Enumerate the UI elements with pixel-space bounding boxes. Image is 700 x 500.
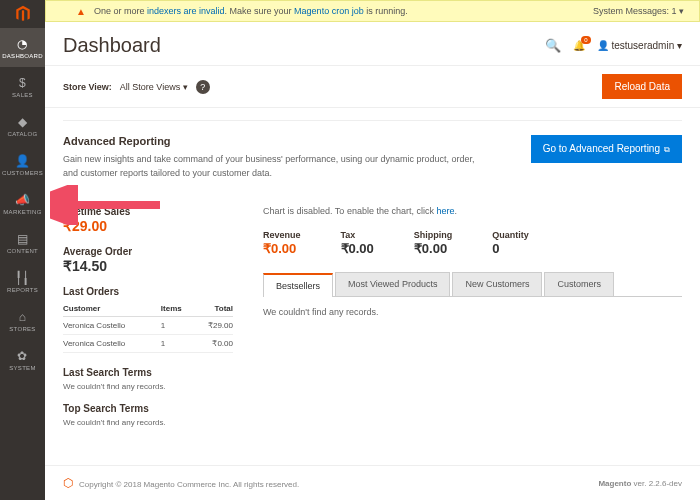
nav-marketing[interactable]: 📣MARKETING — [0, 184, 45, 223]
main-area: ▲ One or more indexers are invalid. Make… — [45, 0, 700, 500]
advanced-reporting-panel: Advanced Reporting Gain new insights and… — [63, 120, 682, 196]
advanced-reporting-button[interactable]: Go to Advanced Reporting⧉ — [531, 135, 682, 163]
external-link-icon: ⧉ — [664, 145, 670, 154]
nav-dashboard[interactable]: ◔DASHBOARD — [0, 28, 45, 67]
admin-sidebar: ◔DASHBOARD $SALES ◆CATALOG 👤CUSTOMERS 📣M… — [0, 0, 45, 500]
nav-content[interactable]: ▤CONTENT — [0, 223, 45, 262]
advanced-reporting-title: Advanced Reporting — [63, 135, 483, 147]
table-row[interactable]: Veronica Costello1₹29.00 — [63, 317, 233, 335]
enable-chart-link[interactable]: here — [436, 206, 454, 216]
average-order-label: Average Order — [63, 246, 233, 257]
tab-customers[interactable]: Customers — [544, 272, 614, 296]
last-orders-title: Last Orders — [63, 286, 233, 297]
magento-logo — [0, 0, 45, 28]
last-search-empty: We couldn't find any records. — [63, 382, 233, 391]
indexers-link[interactable]: indexers are invalid — [147, 6, 225, 16]
reports-icon: ╿╽ — [15, 271, 30, 285]
toolbar: Store View: All Store Views ▾ ? Reload D… — [45, 65, 700, 108]
warning-icon: ▲ — [76, 6, 86, 17]
quantity-value: 0 — [492, 241, 529, 256]
cron-link[interactable]: Magento cron job — [294, 6, 364, 16]
tab-new-customers[interactable]: New Customers — [452, 272, 542, 296]
search-icon[interactable]: 🔍 — [545, 38, 561, 53]
tax-value: ₹0.00 — [341, 241, 374, 256]
table-row[interactable]: Veronica Costello1₹0.00 — [63, 335, 233, 353]
nav-stores[interactable]: ⌂STORES — [0, 301, 45, 340]
revenue-value: ₹0.00 — [263, 241, 301, 256]
average-order-value: ₹14.50 — [63, 258, 233, 274]
nav-reports[interactable]: ╿╽REPORTS — [0, 262, 45, 301]
content-icon: ▤ — [17, 232, 28, 246]
page-footer: ⬡Copyright © 2018 Magento Commerce Inc. … — [45, 465, 700, 500]
dollar-icon: $ — [19, 76, 26, 90]
stores-icon: ⌂ — [19, 310, 27, 324]
megaphone-icon: 📣 — [15, 193, 30, 207]
system-icon: ✿ — [17, 349, 27, 363]
catalog-icon: ◆ — [18, 115, 27, 129]
nav-sales[interactable]: $SALES — [0, 67, 45, 106]
nav-catalog[interactable]: ◆CATALOG — [0, 106, 45, 145]
page-header: Dashboard 🔍 🔔0 👤 testuseradmin ▾ — [45, 22, 700, 65]
top-search-empty: We couldn't find any records. — [63, 418, 233, 427]
reload-data-button[interactable]: Reload Data — [602, 74, 682, 99]
nav-customers[interactable]: 👤CUSTOMERS — [0, 145, 45, 184]
system-message-text: One or more indexers are invalid. Make s… — [94, 6, 408, 16]
notifications-icon[interactable]: 🔔0 — [573, 40, 585, 51]
shipping-value: ₹0.00 — [414, 241, 453, 256]
system-message-bar: ▲ One or more indexers are invalid. Make… — [45, 0, 700, 22]
last-search-title: Last Search Terms — [63, 367, 233, 378]
system-message-count[interactable]: System Messages: 1 ▾ — [593, 6, 684, 16]
store-view-select[interactable]: All Store Views ▾ — [120, 82, 188, 92]
page-title: Dashboard — [63, 34, 161, 57]
help-icon[interactable]: ? — [196, 80, 210, 94]
gauge-icon: ◔ — [17, 37, 27, 51]
user-menu[interactable]: 👤 testuseradmin ▾ — [597, 40, 682, 51]
last-orders-table: CustomerItemsTotal Veronica Costello1₹29… — [63, 301, 233, 353]
nav-system[interactable]: ✿SYSTEM — [0, 340, 45, 379]
person-icon: 👤 — [15, 154, 30, 168]
magento-footer-icon: ⬡ — [63, 476, 73, 490]
chart-disabled-message: Chart is disabled. To enable the chart, … — [263, 206, 682, 216]
tab-most-viewed[interactable]: Most Viewed Products — [335, 272, 450, 296]
lifetime-sales-label: Lifetime Sales — [63, 206, 233, 217]
product-tabs: Bestsellers Most Viewed Products New Cus… — [263, 272, 682, 297]
tab-bestsellers[interactable]: Bestsellers — [263, 273, 333, 297]
store-view-label: Store View: — [63, 82, 112, 92]
top-search-title: Top Search Terms — [63, 403, 233, 414]
advanced-reporting-desc: Gain new insights and take command of yo… — [63, 153, 483, 180]
lifetime-sales-value: ₹29.00 — [63, 218, 233, 234]
tab-content: We couldn't find any records. — [263, 297, 682, 327]
